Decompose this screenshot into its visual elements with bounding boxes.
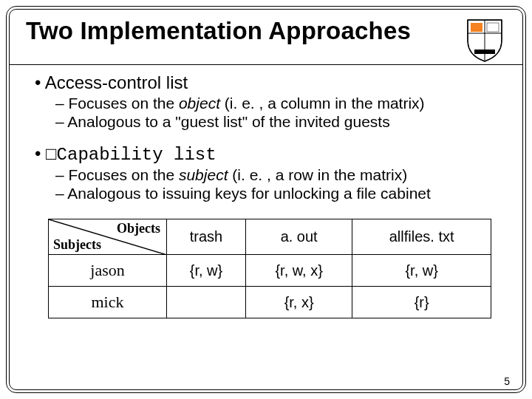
corner-subjects-label: Subjects bbox=[53, 237, 101, 253]
table-row: mick {r, x} {r} bbox=[49, 287, 491, 318]
bullet-cap-sub2: Analogous to issuing keys for unlocking … bbox=[55, 185, 506, 202]
page-title: Two Implementation Approaches bbox=[26, 17, 411, 45]
text: Focuses on the bbox=[69, 166, 179, 183]
col-header: allfiles. txt bbox=[352, 219, 491, 255]
bullet-list: Access-control list Focuses on the objec… bbox=[26, 72, 506, 202]
text: (i. e. , a row in the matrix) bbox=[228, 166, 407, 183]
col-header: a. out bbox=[246, 219, 352, 255]
slide-content: Two Implementation Approaches Access-con… bbox=[9, 9, 523, 390]
table-cell: {r} bbox=[352, 287, 491, 318]
bullet-capability: □Capability list bbox=[35, 143, 506, 165]
access-matrix-table: Objects Subjects trash a. out allfiles. … bbox=[48, 219, 491, 318]
emph-object: object bbox=[179, 95, 220, 112]
header-row: Two Implementation Approaches bbox=[26, 17, 506, 63]
title-divider bbox=[10, 64, 522, 65]
table-cell: {r, w, x} bbox=[246, 255, 352, 287]
svg-rect-0 bbox=[474, 50, 495, 54]
table-header-row: Objects Subjects trash a. out allfiles. … bbox=[49, 219, 491, 255]
box-glyph-icon: □ bbox=[46, 143, 57, 163]
table-row: jason {r, w} {r, w, x} {r, w} bbox=[49, 255, 491, 287]
page-number: 5 bbox=[504, 375, 510, 387]
text: Focuses on the bbox=[69, 95, 179, 112]
bullet-acl-label: Access-control list bbox=[45, 72, 188, 92]
col-header: trash bbox=[167, 219, 246, 255]
bullet-acl-sub2: Analogous to a "guest list" of the invit… bbox=[55, 113, 506, 131]
bullet-acl: Access-control list bbox=[35, 72, 506, 93]
bullet-acl-sub1: Focuses on the object (i. e. , a column … bbox=[55, 95, 506, 112]
row-subject: jason bbox=[49, 255, 167, 287]
table-cell bbox=[167, 287, 246, 318]
table-cell: {r, x} bbox=[246, 287, 352, 318]
row-subject: mick bbox=[49, 287, 167, 318]
emph-subject: subject bbox=[179, 166, 228, 183]
table-corner-cell: Objects Subjects bbox=[49, 219, 167, 255]
table-cell: {r, w} bbox=[167, 255, 246, 287]
text: (i. e. , a column in the matrix) bbox=[220, 95, 425, 112]
corner-objects-label: Objects bbox=[117, 221, 160, 236]
bullet-capability-label: Capability list bbox=[57, 145, 216, 165]
table-cell: {r, w} bbox=[352, 255, 491, 287]
bullet-cap-sub1: Focuses on the subject (i. e. , a row in… bbox=[55, 166, 506, 184]
crest-logo-icon bbox=[463, 17, 506, 63]
